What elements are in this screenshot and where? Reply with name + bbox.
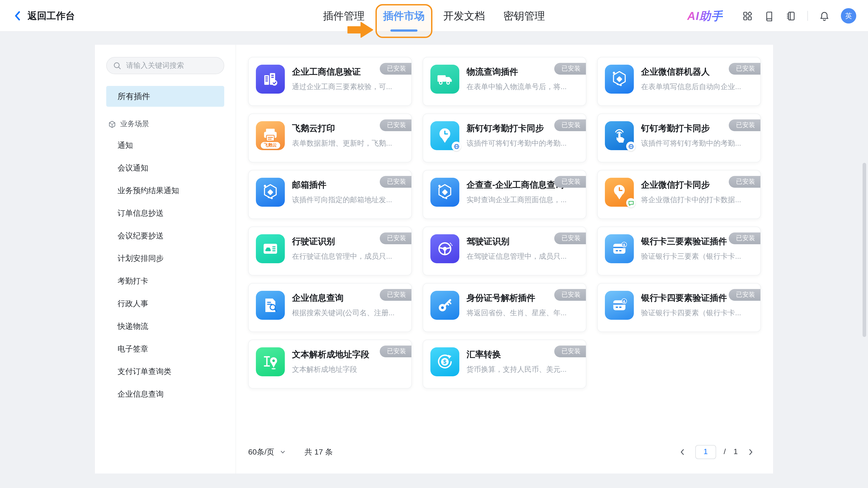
plugin-card[interactable]: $ 汇率转换 货币换算，支持人民币、美元... 已安装 [423,340,586,389]
plugin-desc: 验证银行卡四要素（银行卡卡... [641,308,741,318]
sidebar-item-6[interactable]: 考勤打卡 [95,270,236,293]
plugin-card[interactable]: 企查查-企业工商信息查询... 实时查询企业工商照面信息，... 已安装 [423,170,586,219]
plugin-desc: 验证银行卡三要素（银行卡卡... [641,251,741,262]
currency-icon: $ [430,347,459,376]
plugin-title: 企业微信打卡同步 [641,179,741,191]
prev-page-button[interactable] [677,447,688,457]
tab-label: 密钥管理 [503,9,545,23]
installed-badge: 已安装 [380,63,412,74]
search-input[interactable] [125,61,217,70]
sidebar-item-3[interactable]: 订单信息抄送 [95,202,236,225]
sidebar-item-0[interactable]: 通知 [95,134,236,157]
apps-icon[interactable] [742,11,753,21]
installed-badge: 已安装 [729,233,761,244]
plugin-desc: 通过企业工商三要素校验，可... [292,82,392,92]
current-page-input[interactable] [695,445,716,459]
installed-badge: 已安装 [729,289,761,301]
sidebar-item-all-plugins[interactable]: 所有插件 [106,86,224,107]
page-size-select[interactable]: 60条/页 [248,447,285,457]
installed-badge: 已安装 [554,176,586,188]
sidebar-item-10[interactable]: 支付订单查询类 [95,361,236,383]
scrollbar-thumb[interactable] [863,163,866,337]
bell-icon[interactable] [819,11,830,21]
hex-puzzle-icon [256,178,285,207]
back-button[interactable]: 返回工作台 [13,0,75,32]
plugin-card[interactable]: 企业工商信息验证 通过企业工商三要素校验，可... 已安装 [248,57,412,106]
svg-text:4: 4 [623,299,625,304]
plugin-desc: 在行驶证信息管理中，成员只... [292,251,392,262]
clock-pin-icon [605,178,634,207]
search-box[interactable] [106,57,224,74]
plugin-card[interactable]: 3 银行卡三要素验证插件 验证银行卡三要素（银行卡卡... 已安装 [597,226,761,275]
chevron-down-icon [280,449,285,455]
next-page-button[interactable] [745,447,756,457]
tab-plugin-management[interactable]: 插件管理 [323,0,365,32]
plugin-title: 飞鹅云打印 [292,123,392,134]
plugin-title: 行驶证识别 [292,236,392,247]
plugin-card[interactable]: 文本解析成地址字段 文本解析成地址字段 已安装 [248,340,412,389]
tab-dev-docs[interactable]: 开发文档 [443,0,485,32]
clock-pin-icon [430,121,459,150]
plugin-title: 身份证号解析插件 [467,292,567,304]
main-panel: 所有插件 业务场景 通知会议通知业务预约结果通知订单信息抄送会议纪要抄送计划安排… [95,45,773,474]
sidebar-item-4[interactable]: 会议纪要抄送 [95,225,236,247]
sidebar-item-1[interactable]: 会议通知 [95,157,236,180]
plugin-desc: 该插件可向指定的邮箱地址发... [292,195,392,205]
plugin-card[interactable]: 驾驶证识别 在驾驶证信息管理中，成员只... 已安装 [423,226,586,275]
ai-assistant-brand[interactable]: AI助手 [687,8,723,23]
total-count-label: 共 17 条 [305,447,333,457]
plugin-card[interactable]: 企业微信打卡同步 将企业微信打卡中的打卡数据... 已安装 [597,170,761,219]
plugin-title: 物流查询插件 [467,66,567,78]
installed-badge: 已安装 [380,176,412,188]
bank-card-icon: 3 [605,234,634,263]
printer-icon: 飞鹅云 [256,121,285,150]
plugin-title: 企业微信群机器人 [641,66,741,78]
plugin-desc: 根据搜索关键词(公司名、注册... [292,308,395,318]
plugin-card[interactable]: 身份证号解析插件 将返回省份、生肖、星座、年... 已安装 [423,283,586,332]
manual-icon[interactable] [764,11,774,21]
header-divider [807,11,808,21]
plugin-card[interactable]: 4 银行卡四要素验证插件 验证银行卡四要素（银行卡卡... 已安装 [597,283,761,332]
tab-plugin-market[interactable]: 插件市场 [383,0,425,32]
plugin-card[interactable]: 钉钉考勤打卡同步 该插件可将钉钉考勤中的考勤... 已安装 [597,114,761,162]
notebook-icon[interactable] [786,11,796,21]
installed-badge: 已安装 [554,63,586,74]
sidebar-item-8[interactable]: 快递物流 [95,315,236,338]
tap-icon [605,121,634,150]
plugin-card[interactable]: 邮箱插件 该插件可向指定的邮箱地址发... 已安装 [248,170,412,219]
sidebar-section-label: 业务场景 [120,119,149,129]
plugin-card[interactable]: 企业信息查询 根据搜索关键词(公司名、注册... 已安装 [248,283,412,332]
sidebar-item-9[interactable]: 电子签章 [95,338,236,361]
tab-secret-management[interactable]: 密钥管理 [503,0,545,32]
installed-badge: 已安装 [554,345,586,357]
page-separator: / [724,447,726,456]
sidebar-item-11[interactable]: 企业信息查询 [95,383,236,406]
plugin-card[interactable]: 行驶证识别 在行驶证信息管理中，成员只... 已安装 [248,226,412,275]
installed-badge: 已安装 [380,119,412,131]
top-header: 返回工作台 插件管理插件市场开发文档密钥管理 AI助手 英 [0,0,868,32]
sidebar-item-7[interactable]: 行政人事 [95,293,236,315]
plugin-desc: 货币换算，支持人民币、美元... [467,365,567,374]
plugin-title: 钉钉考勤打卡同步 [641,123,741,134]
avatar[interactable]: 英 [841,8,856,24]
plugin-card[interactable]: 新钉钉考勤打卡同步 该插件可将钉钉考勤中的考勤... 已安装 [423,114,586,162]
icon-brand-label: 飞鹅云 [261,142,280,149]
hex-puzzle-icon [430,178,459,207]
plugin-title: 企业工商信息验证 [292,66,392,78]
plugin-title: 企业信息查询 [292,292,395,304]
sidebar-item-5[interactable]: 计划安排同步 [95,247,236,270]
plugin-desc: 文本解析成地址字段 [292,365,369,374]
plugin-desc: 实时查询企业工商照面信息，... [467,195,571,205]
plugin-card[interactable]: 物流查询插件 在表单中输入物流单号后，将... 已安装 [423,57,586,106]
globe-bubble-icon [626,142,636,151]
plugin-desc: 表单数据新增、更新时，飞鹅... [292,139,392,148]
pagination-right: / 1 [677,445,756,459]
plugin-card[interactable]: 企业微信群机器人 在表单填写信息后自动向企业... 已安装 [597,57,761,106]
plugin-title: 银行卡四要素验证插件 [641,292,741,304]
active-tab-underline [391,29,417,32]
header-actions: AI助手 英 [687,0,856,32]
tab-label: 插件市场 [383,9,425,23]
plugin-card[interactable]: 飞鹅云 飞鹅云打印 表单数据新增、更新时，飞鹅... 已安装 [248,114,412,162]
sidebar-item-2[interactable]: 业务预约结果通知 [95,180,236,202]
back-chevron-icon [13,10,24,22]
